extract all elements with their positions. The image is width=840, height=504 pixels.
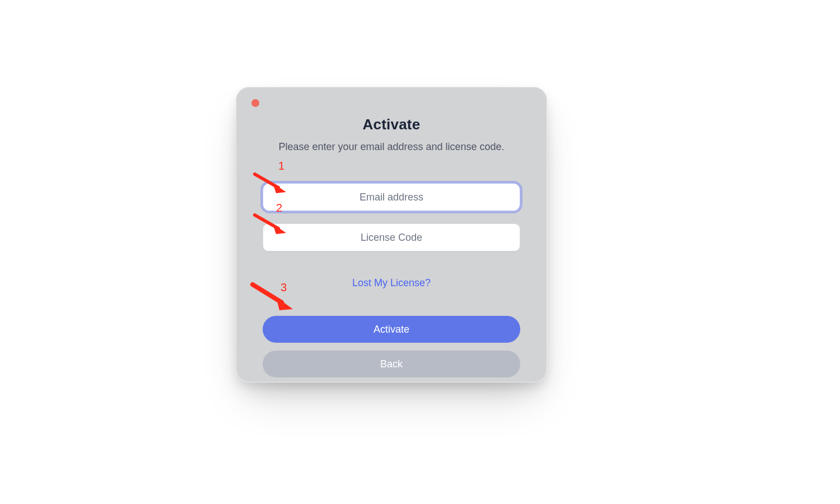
window-close-icon[interactable] [251,99,259,107]
dialog-content: Activate Please enter your email address… [236,113,547,377]
dialog-subtitle: Please enter your email address and lice… [278,141,504,153]
activate-button[interactable]: Activate [263,316,520,343]
lost-license-link[interactable]: Lost My License? [352,277,431,289]
license-code-input[interactable] [263,223,520,251]
button-group: Activate Back [263,316,520,377]
email-input[interactable] [263,183,520,211]
activate-dialog: Activate Please enter your email address… [236,87,547,382]
input-group [263,183,520,251]
back-button[interactable]: Back [263,351,520,377]
dialog-title: Activate [363,116,421,133]
